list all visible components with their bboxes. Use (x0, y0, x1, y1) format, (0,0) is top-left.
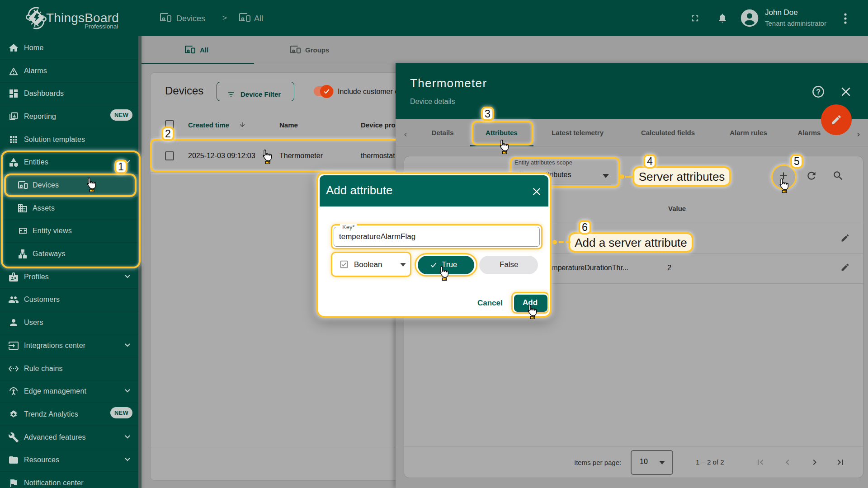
svg-text:?: ? (816, 88, 821, 96)
